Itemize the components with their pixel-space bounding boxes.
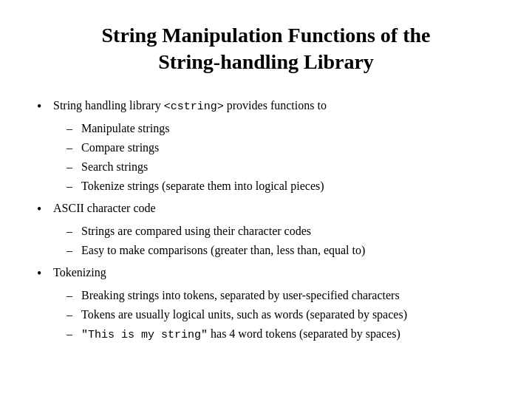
sub-text-3-2: Tokens are usually logical units, such a… [81,306,495,324]
title-line2: String-handling Library [158,50,374,73]
slide-title: String Manipulation Functions of the Str… [37,22,495,76]
sub-text-3-1: Breaking strings into tokens, separated … [81,287,495,304]
bullet-1: • String handling library <cstring> prov… [37,97,495,117]
sub-item-2-2: – Easy to make comparisons (greater than… [66,242,495,259]
bullet-symbol-2: • [37,200,53,219]
sub-item-3-3: – "This is my string" has 4 word tokens … [66,325,495,344]
title-line1: String Manipulation Functions of the [102,24,431,47]
sub-item-2-1: – Strings are compared using their chara… [66,222,495,240]
sub-item-3-1: – Breaking strings into tokens, separate… [66,287,495,304]
sub-item-1-1: – Manipulate strings [66,120,495,137]
sub-item-3-2: – Tokens are usually logical units, such… [66,306,495,324]
bullet-text-2: ASCII character code [53,200,495,217]
sub-text-2-1: Strings are compared using their charact… [81,222,495,240]
sub-text-1-3: Search strings [81,158,495,176]
slide: String Manipulation Functions of the Str… [0,0,532,399]
sub-text-3-3: "This is my string" has 4 word tokens (s… [81,325,495,344]
sub-text-3-3-suffix: has 4 word tokens (separated by spaces) [208,327,400,340]
cstring-code: <cstring> [164,100,224,113]
bullet-symbol-3: • [37,264,53,284]
sub-item-1-4: – Tokenize strings (separate them into l… [66,177,495,195]
sub-item-1-2: – Compare strings [66,139,495,157]
sub-text-2-2: Easy to make comparisons (greater than, … [81,242,495,259]
sub-list-1: – Manipulate strings – Compare strings –… [66,120,495,195]
bullet-text-3: Tokenizing [53,264,495,282]
sub-text-1-4: Tokenize strings (separate them into log… [81,177,495,195]
slide-content: • String handling library <cstring> prov… [37,92,495,347]
sub-list-2: – Strings are compared using their chara… [66,222,495,259]
bullet-symbol-1: • [37,97,53,117]
sub-text-1-2: Compare strings [81,139,495,157]
sub-text-1-1: Manipulate strings [81,120,495,137]
bullet-2: • ASCII character code [37,200,495,219]
bullet-3: • Tokenizing [37,264,495,284]
sub-item-1-3: – Search strings [66,158,495,176]
sub-list-3: – Breaking strings into tokens, separate… [66,287,495,344]
bullet-text-1: String handling library <cstring> provid… [53,97,495,116]
my-string-code: "This is my string" [81,329,208,341]
